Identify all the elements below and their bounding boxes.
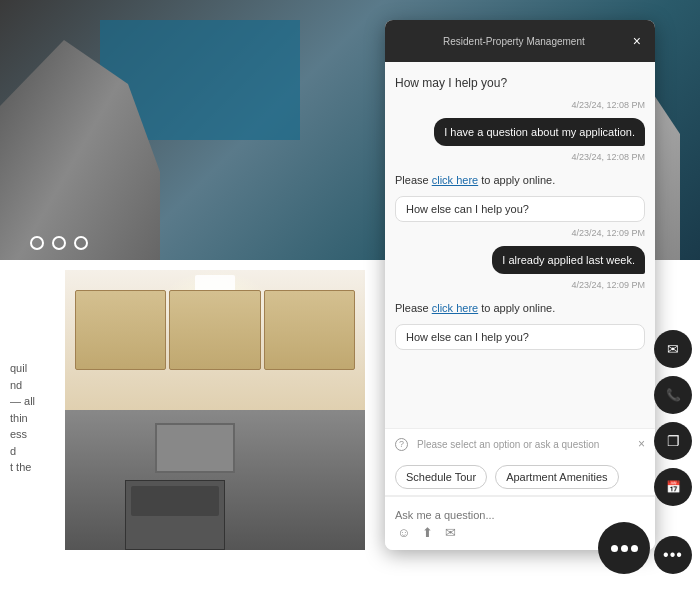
upload-button[interactable]: ⬆ bbox=[420, 523, 435, 542]
chat-widget: Resident-Property Management × How may I… bbox=[385, 20, 655, 550]
sidebar-line-6: d bbox=[10, 443, 70, 460]
cabinet-door-2 bbox=[169, 290, 260, 370]
how-else-1: How else can I help you? bbox=[395, 196, 645, 222]
emoji-button[interactable]: ☺ bbox=[395, 523, 412, 542]
chat-body: How may I help you? 4/23/24, 12:08 PM I … bbox=[385, 62, 655, 428]
email-icon: ✉ bbox=[667, 341, 679, 357]
chat-input-icons: ☺ ⬆ ✉ bbox=[395, 523, 458, 542]
bot-msg2-after: to apply online. bbox=[478, 302, 555, 314]
copy-button[interactable]: ❐ bbox=[654, 422, 692, 460]
phone-button[interactable]: 📞 bbox=[654, 376, 692, 414]
copy-icon: ❐ bbox=[667, 433, 680, 449]
kitchen-image bbox=[65, 270, 365, 550]
bot-msg1-link[interactable]: click here bbox=[432, 174, 478, 186]
chat-greeting: How may I help you? bbox=[395, 72, 645, 94]
bubble-dot-2 bbox=[621, 545, 628, 552]
bot-msg1-before: Please bbox=[395, 174, 432, 186]
sidebar-line-3: — all bbox=[10, 393, 70, 410]
bot-msg1-after: to apply online. bbox=[478, 174, 555, 186]
attach-button[interactable]: ✉ bbox=[443, 523, 458, 542]
more-icon: ••• bbox=[663, 546, 683, 564]
user-message-2: I already applied last week. bbox=[492, 246, 645, 274]
carousel-dot-1[interactable] bbox=[30, 236, 44, 250]
email-button[interactable]: ✉ bbox=[654, 330, 692, 368]
phone-icon: 📞 bbox=[666, 388, 681, 402]
more-button[interactable]: ••• bbox=[654, 536, 692, 574]
chat-input[interactable] bbox=[395, 509, 645, 521]
stove-surface bbox=[131, 486, 219, 516]
sidebar-line-2: nd bbox=[10, 377, 70, 394]
quick-options-text: Please select an option or ask a questio… bbox=[417, 439, 632, 450]
sidebar-line-5: ess bbox=[10, 426, 70, 443]
sidebar-text: quil nd — all thin ess d t the bbox=[10, 360, 70, 476]
chat-header-title: Resident-Property Management bbox=[397, 36, 631, 47]
kitchen-counter bbox=[65, 410, 365, 550]
timestamp-3: 4/23/24, 12:09 PM bbox=[395, 228, 645, 238]
chat-close-button[interactable]: × bbox=[631, 33, 643, 49]
chat-bubble-button[interactable] bbox=[598, 522, 650, 574]
how-else-2: How else can I help you? bbox=[395, 324, 645, 350]
bot-message-1: Please click here to apply online. bbox=[395, 170, 645, 190]
bubble-dot-3 bbox=[631, 545, 638, 552]
carousel-dots bbox=[30, 236, 88, 250]
carousel-dot-3[interactable] bbox=[74, 236, 88, 250]
carousel-dot-2[interactable] bbox=[52, 236, 66, 250]
bot-msg2-before: Please bbox=[395, 302, 432, 314]
bubble-dots bbox=[611, 545, 638, 552]
timestamp-4: 4/23/24, 12:09 PM bbox=[395, 280, 645, 290]
quick-buttons-row: Schedule Tour Apartment Amenities bbox=[385, 459, 655, 496]
bot-message-2: Please click here to apply online. bbox=[395, 298, 645, 318]
sidebar-line-1: quil bbox=[10, 360, 70, 377]
cabinet-door-3 bbox=[264, 290, 355, 370]
help-icon: ? bbox=[395, 438, 408, 451]
stove bbox=[125, 480, 225, 550]
timestamp-2: 4/23/24, 12:08 PM bbox=[395, 152, 645, 162]
microwave bbox=[155, 423, 235, 473]
user-message-1: I have a question about my application. bbox=[434, 118, 645, 146]
calendar-icon: 📅 bbox=[666, 480, 681, 494]
bubble-dot-1 bbox=[611, 545, 618, 552]
right-floating-buttons: ✉ 📞 ❐ 📅 bbox=[654, 330, 692, 506]
apartment-amenities-button[interactable]: Apartment Amenities bbox=[495, 465, 619, 489]
quick-options-bar: ? Please select an option or ask a quest… bbox=[385, 428, 655, 459]
quick-options-close[interactable]: × bbox=[638, 437, 645, 451]
sidebar-line-4: thin bbox=[10, 410, 70, 427]
cabinet-door-1 bbox=[75, 290, 166, 370]
timestamp-1: 4/23/24, 12:08 PM bbox=[395, 100, 645, 110]
cabinet-top bbox=[65, 270, 365, 410]
calendar-button[interactable]: 📅 bbox=[654, 468, 692, 506]
chat-header: Resident-Property Management × bbox=[385, 20, 655, 62]
bot-msg2-link[interactable]: click here bbox=[432, 302, 478, 314]
schedule-tour-button[interactable]: Schedule Tour bbox=[395, 465, 487, 489]
sidebar-line-7: t the bbox=[10, 459, 70, 476]
cabinet-doors bbox=[65, 290, 365, 370]
